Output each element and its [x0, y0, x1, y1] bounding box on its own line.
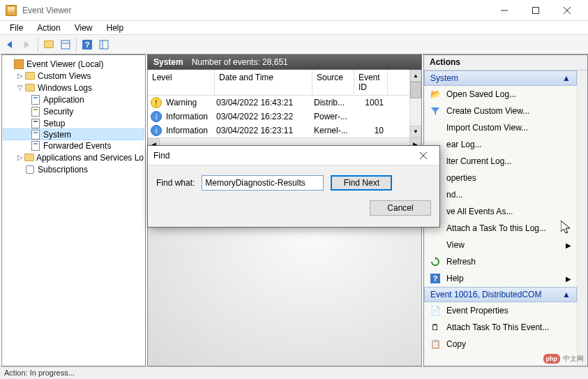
copy-icon: 📋	[430, 339, 441, 350]
minimize-button[interactable]	[488, 1, 520, 20]
window-buttons	[488, 1, 582, 20]
actions-section-event[interactable]: Event 10016, DistributedCOM▲	[424, 287, 577, 302]
watermark-text: 中文网	[563, 354, 584, 364]
toolbar: ?	[0, 35, 588, 54]
back-button[interactable]	[3, 37, 18, 52]
refresh-icon	[430, 256, 441, 267]
col-source[interactable]: Source	[312, 70, 354, 95]
col-level[interactable]: Level	[148, 70, 215, 95]
svg-text:?: ?	[85, 40, 90, 49]
menubar: File Action View Help	[0, 21, 588, 35]
grid-vscroll[interactable]: ▲ ▼	[409, 70, 421, 138]
maximize-button[interactable]	[520, 1, 551, 20]
grid-header: Level Date and Time Source Event ID	[148, 70, 409, 96]
folder-open-icon: 📂	[430, 89, 441, 100]
action-help[interactable]: ?Help▶	[424, 270, 577, 287]
task-icon: 🗒	[430, 322, 441, 333]
window-title: Event Viewer	[22, 6, 488, 15]
action-attach-task-event[interactable]: 🗒Attach Task To This Event...	[424, 319, 577, 336]
find-close-button[interactable]	[413, 150, 434, 161]
view-icon-1[interactable]	[58, 37, 73, 52]
table-row[interactable]: i Information 03/04/2022 16:23:11 Kernel…	[148, 124, 409, 138]
event-grid: Level Date and Time Source Event ID ! Wa…	[147, 70, 422, 150]
tree-system[interactable]: System	[3, 128, 144, 140]
tree-setup[interactable]: Setup	[3, 117, 144, 129]
actions-panel: Actions System▲ 📂Open Saved Log... Creat…	[423, 54, 588, 366]
tree-panel: Event Viewer (Local) ▷Custom Views ▽Wind…	[1, 54, 146, 366]
center-header-label: System	[153, 57, 183, 67]
chevron-right-icon: ▶	[566, 275, 571, 283]
tree-root[interactable]: Event Viewer (Local)	[3, 58, 144, 70]
statusbar: Action: In progress...	[0, 366, 588, 379]
action-create-custom-view[interactable]: Create Custom View...	[424, 103, 577, 119]
action-save-all-events[interactable]: ve All Events As...	[424, 203, 577, 220]
svg-text:?: ?	[433, 274, 438, 283]
properties-icon: 📄	[430, 305, 441, 316]
collapse-icon: ▲	[562, 73, 571, 83]
col-date[interactable]: Date and Time	[215, 70, 312, 95]
actions-title: Actions	[424, 55, 587, 70]
help-icon[interactable]: ?	[80, 37, 95, 52]
menu-action[interactable]: Action	[30, 22, 67, 34]
info-icon: i	[151, 111, 162, 122]
table-row[interactable]: i Information 03/04/2022 16:23:22 Power-…	[148, 110, 409, 124]
find-what-label: Find what:	[156, 178, 195, 188]
center-header: System Number of events: 28,651	[147, 54, 422, 70]
find-what-input[interactable]	[202, 175, 324, 191]
col-eventid[interactable]: Event ID	[354, 70, 388, 95]
find-dialog: Find Find what: Find Next Cancel	[147, 145, 440, 228]
menu-help[interactable]: Help	[100, 22, 131, 34]
svg-rect-4	[61, 40, 70, 49]
action-refresh[interactable]: Refresh	[424, 253, 577, 270]
watermark: php 中文网	[543, 354, 585, 364]
action-properties[interactable]: operties	[424, 170, 577, 186]
action-view[interactable]: View▶	[424, 237, 577, 253]
folder-up-icon[interactable]	[41, 37, 56, 52]
action-filter-log[interactable]: lter Current Log...	[424, 153, 577, 170]
find-dialog-title: Find	[148, 146, 439, 165]
action-copy[interactable]: 📋Copy	[424, 336, 577, 352]
tree-application[interactable]: Application	[3, 94, 144, 105]
tree-subscriptions[interactable]: Subscriptions	[3, 163, 144, 175]
tree-apps-services[interactable]: ▷Applications and Services Lo	[3, 151, 144, 163]
action-find[interactable]: nd...	[424, 186, 577, 203]
filter-icon	[430, 105, 441, 117]
action-import-custom-view[interactable]: Import Custom View...	[424, 119, 577, 136]
app-icon	[6, 5, 17, 16]
action-attach-task[interactable]: Attach a Task To this Log...	[424, 220, 577, 237]
actions-section-system[interactable]: System▲	[424, 70, 577, 86]
forward-button[interactable]	[20, 37, 35, 52]
warning-icon: !	[151, 97, 162, 108]
chevron-right-icon: ▶	[566, 241, 571, 249]
menu-view[interactable]: View	[68, 22, 100, 34]
actions-vscroll[interactable]	[577, 70, 587, 366]
view-icon-2[interactable]	[96, 37, 112, 52]
tree-security[interactable]: Security	[3, 105, 144, 117]
find-next-button[interactable]: Find Next	[331, 175, 392, 191]
watermark-badge: php	[543, 354, 561, 364]
menu-file[interactable]: File	[3, 22, 30, 34]
collapse-icon: ▲	[562, 290, 571, 299]
action-clear-log[interactable]: ear Log...	[424, 136, 577, 153]
action-open-saved-log[interactable]: 📂Open Saved Log...	[424, 86, 577, 103]
titlebar: Event Viewer	[0, 0, 588, 21]
action-event-properties[interactable]: 📄Event Properties	[424, 302, 577, 319]
svg-rect-1	[532, 7, 538, 13]
tree-custom-views[interactable]: ▷Custom Views	[3, 70, 144, 82]
info-icon: i	[151, 125, 162, 136]
center-header-count: Number of events: 28,651	[192, 57, 288, 67]
table-row[interactable]: ! Warning 03/04/2022 16:43:21 Distrib...…	[148, 96, 409, 110]
tree-forwarded[interactable]: Forwarded Events	[3, 140, 144, 151]
find-cancel-button[interactable]: Cancel	[370, 200, 431, 216]
help-icon: ?	[430, 273, 441, 284]
close-button[interactable]	[551, 1, 582, 20]
svg-rect-8	[100, 40, 108, 49]
tree-windows-logs[interactable]: ▽Windows Logs	[3, 82, 144, 94]
